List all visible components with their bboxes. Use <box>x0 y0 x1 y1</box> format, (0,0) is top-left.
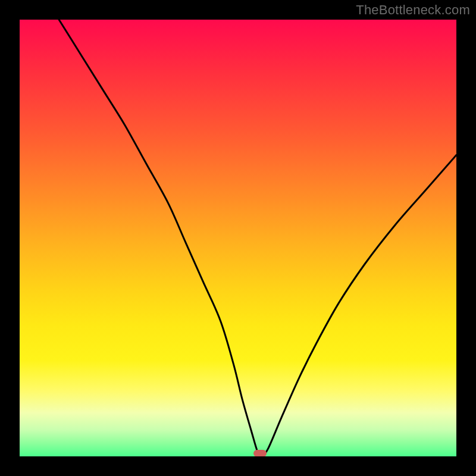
curve-path <box>59 20 456 456</box>
watermark-text: TheBottleneck.com <box>356 2 470 18</box>
minimum-marker <box>253 450 267 456</box>
bottleneck-curve <box>20 20 456 456</box>
chart-frame: TheBottleneck.com <box>0 0 476 476</box>
plot-area <box>20 20 456 456</box>
